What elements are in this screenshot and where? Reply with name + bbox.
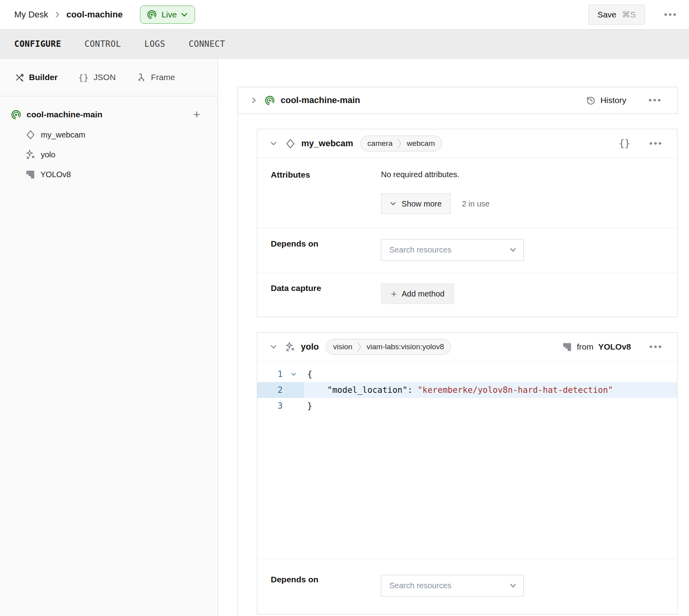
top-bar: My Desk cool-machine Live Save ⌘	[0, 0, 689, 30]
tab-bar: CONFIGURE CONTROL LOGS CONNECT	[0, 30, 689, 59]
overflow-menu-button[interactable]: •••	[663, 8, 678, 21]
sparkles-icon	[285, 342, 295, 352]
chevron-right-icon	[55, 11, 60, 19]
add-method-button[interactable]: + Add method	[381, 283, 454, 304]
broadcast-icon	[147, 10, 157, 20]
json-value: "keremberke/yolov8n-hard-hat-detection"	[417, 385, 613, 395]
content: Builder {} JSON Frame	[0, 59, 689, 616]
badge-type: vision	[326, 342, 357, 351]
badge-divider	[357, 339, 362, 355]
plus-icon: +	[391, 289, 397, 299]
resource-name: my_webcam	[301, 138, 353, 149]
sparkles-icon	[25, 149, 36, 160]
save-shortcut: ⌘S	[622, 10, 636, 19]
machine-part-tree: cool-machine-main + my_webcam	[0, 96, 218, 184]
tree-item-main-part[interactable]: cool-machine-main +	[11, 104, 218, 125]
frame-icon	[136, 73, 146, 82]
history-button[interactable]: History	[586, 96, 626, 105]
depends-on-label: Depends on	[257, 575, 381, 584]
app-root: My Desk cool-machine Live Save ⌘	[0, 0, 689, 616]
resource-type-badge: camera webcam	[360, 136, 442, 151]
badge-model: viam-labs:vision:yolov8	[362, 342, 451, 351]
add-resource-button[interactable]: +	[193, 109, 200, 121]
chevron-down-icon	[510, 248, 516, 252]
line-number: 2	[257, 382, 283, 398]
resource-overflow-menu[interactable]: •••	[649, 341, 664, 353]
depends-on-row: Depends on Search resources	[257, 228, 677, 273]
chevron-down-icon	[510, 583, 516, 588]
badge-model: webcam	[402, 139, 442, 148]
fold-chevron-icon[interactable]	[283, 366, 304, 382]
top-bar-actions: Save ⌘S •••	[588, 5, 678, 25]
badge-type: camera	[361, 139, 397, 148]
attributes-label: Attributes	[257, 170, 381, 180]
camera-component-icon	[285, 138, 296, 149]
depends-on-label: Depends on	[257, 239, 381, 249]
history-icon	[586, 96, 596, 105]
view-toggle-frame[interactable]: Frame	[136, 73, 175, 82]
part-overflow-menu[interactable]: •••	[648, 94, 663, 107]
tab-connect[interactable]: CONNECT	[189, 39, 225, 49]
yolo-card-actions: from YOLOv8 •••	[562, 341, 664, 353]
chevron-down-icon	[390, 202, 396, 206]
module-icon	[562, 342, 572, 352]
resource-overflow-menu[interactable]: •••	[649, 137, 664, 150]
json-key: "model_location"	[327, 385, 408, 395]
yolo-card-header: yolo vision viam-labs:vision:yolov8	[257, 333, 677, 362]
json-brace: {	[307, 369, 312, 379]
sidebar: Builder {} JSON Frame	[0, 59, 218, 616]
module-name: YOLOv8	[598, 342, 631, 352]
machine-name: cool-machine	[67, 10, 123, 20]
breadcrumb: My Desk cool-machine	[14, 10, 122, 20]
attributes-row: Attributes No required attributes. Show …	[257, 158, 677, 228]
json-mode-button[interactable]: {}	[618, 137, 631, 150]
depends-on-row: Depends on Search resources	[257, 559, 677, 614]
code-line: 3 }	[257, 398, 677, 414]
line-number: 1	[257, 366, 283, 382]
part-header-card: cool-machine-main History •••	[237, 87, 678, 114]
part-resources: my_webcam camera webcam {} ••• Attribute…	[237, 114, 678, 616]
resource-card-yolo: yolo vision viam-labs:vision:yolov8	[257, 332, 678, 614]
tab-configure[interactable]: CONFIGURE	[14, 39, 61, 49]
main-panel: cool-machine-main History •••	[218, 59, 689, 616]
from-module-label: from YOLOv8	[562, 342, 631, 352]
camera-component-icon	[25, 130, 36, 140]
live-status-badge[interactable]: Live	[140, 6, 195, 24]
view-toggle-json[interactable]: {} JSON	[78, 73, 116, 82]
depends-on-select[interactable]: Search resources	[381, 239, 524, 261]
save-button[interactable]: Save ⌘S	[588, 5, 645, 25]
badge-divider	[397, 136, 402, 151]
tools-icon	[14, 73, 24, 82]
attributes-empty-text: No required attributes.	[381, 170, 677, 179]
code-line: 1 {	[257, 366, 677, 382]
view-toggle: Builder {} JSON Frame	[0, 59, 218, 96]
tree-item-yolov8-module[interactable]: YOLOv8	[11, 165, 218, 184]
show-more-button[interactable]: Show more	[381, 193, 451, 214]
tab-control[interactable]: CONTROL	[84, 39, 121, 49]
braces-icon: {}	[78, 73, 89, 82]
collapse-chevron[interactable]	[269, 140, 278, 147]
data-capture-label: Data capture	[257, 283, 381, 293]
part-header-actions: History •••	[586, 94, 663, 107]
part-title: cool-machine-main	[281, 95, 360, 105]
resource-card-my-webcam: my_webcam camera webcam {} ••• Attribute…	[257, 129, 678, 317]
webcam-card-header: my_webcam camera webcam {} •••	[257, 129, 677, 158]
tree-item-yolo[interactable]: yolo	[11, 145, 218, 165]
live-label: Live	[161, 10, 177, 19]
webcam-card-actions: {} •••	[618, 137, 664, 150]
chevron-down-icon	[181, 13, 188, 17]
module-icon	[25, 170, 35, 180]
attributes-code-editor[interactable]: 1 { 2 "mode	[257, 362, 677, 559]
view-toggle-builder[interactable]: Builder	[14, 73, 57, 82]
tree-item-my-webcam[interactable]: my_webcam	[11, 125, 218, 145]
broadcast-icon	[11, 109, 21, 120]
resource-name: yolo	[301, 342, 319, 352]
collapse-chevron[interactable]	[269, 344, 278, 350]
code-line-highlighted: 2 "model_location": "keremberke/yolov8n-…	[257, 382, 677, 398]
line-number: 3	[257, 398, 283, 414]
depends-on-select[interactable]: Search resources	[381, 575, 524, 597]
breadcrumb-root-link[interactable]: My Desk	[14, 10, 48, 20]
data-capture-row: Data capture + Add method	[257, 273, 677, 317]
tab-logs[interactable]: LOGS	[144, 39, 165, 49]
expand-part-chevron[interactable]	[251, 96, 257, 105]
